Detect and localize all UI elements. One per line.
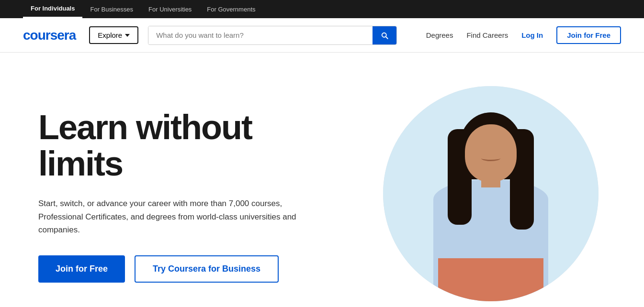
join-header-button[interactable]: Join for Free [556, 26, 621, 44]
hero-section: Learn without limits Start, switch, or a… [0, 53, 644, 307]
hero-buttons: Join for Free Try Coursera for Business [38, 255, 354, 283]
top-nav-bar: For Individuals For Businesses For Unive… [0, 0, 644, 18]
nav-item-businesses[interactable]: For Businesses [82, 0, 141, 18]
search-button[interactable] [373, 26, 396, 44]
header-nav: Degrees Find Careers Log In Join for Fre… [426, 26, 621, 44]
hero-image-area [373, 81, 613, 307]
hero-title-line1: Learn without [38, 108, 252, 146]
join-free-button[interactable]: Join for Free [38, 255, 125, 283]
hero-person-image [383, 86, 599, 301]
hero-content: Learn without limits Start, switch, or a… [38, 110, 354, 283]
find-careers-link[interactable]: Find Careers [466, 31, 508, 39]
nav-item-universities[interactable]: For Universities [141, 0, 199, 18]
nav-item-governments[interactable]: For Governments [199, 0, 263, 18]
smile [481, 155, 500, 161]
search-bar [148, 26, 397, 45]
search-icon [380, 31, 389, 40]
login-link[interactable]: Log In [521, 31, 543, 39]
hero-subtitle: Start, switch, or advance your career wi… [38, 197, 306, 236]
search-input[interactable] [148, 26, 373, 44]
face [465, 124, 517, 182]
pants [438, 258, 543, 301]
hero-title-line2: limits [38, 144, 123, 183]
explore-label: Explore [98, 31, 122, 39]
coursera-logo[interactable]: coursera [23, 28, 76, 43]
chevron-down-icon [125, 34, 130, 37]
nav-item-individuals[interactable]: For Individuals [23, 0, 82, 18]
explore-button[interactable]: Explore [89, 26, 138, 44]
degrees-link[interactable]: Degrees [426, 31, 453, 39]
hero-title: Learn without limits [38, 110, 354, 182]
try-business-button[interactable]: Try Coursera for Business [135, 255, 279, 283]
main-header: coursera Explore Degrees Find Careers Lo… [0, 18, 644, 53]
